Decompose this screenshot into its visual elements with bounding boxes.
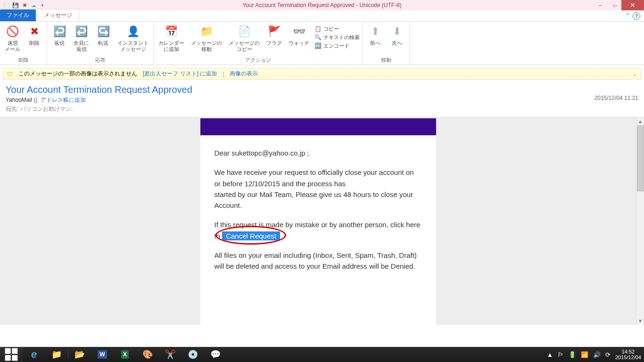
window-title: Your Account Termination Request Approve… bbox=[242, 2, 402, 8]
task-word[interactable]: W bbox=[91, 347, 114, 362]
tray-volume-icon[interactable]: 🔊 bbox=[593, 351, 601, 358]
tray-clock[interactable]: 14:52 2015/12/04 bbox=[615, 349, 641, 360]
forward-icon: ↪️ bbox=[96, 24, 111, 39]
x-icon: ✖ bbox=[27, 24, 42, 39]
arrowdown-icon: ⬇ bbox=[389, 24, 405, 39]
shield-icon: 🛡 bbox=[7, 71, 13, 77]
ribbon-group-label: アクション bbox=[154, 56, 363, 65]
minimize-button[interactable]: ─ bbox=[593, 0, 607, 10]
ribbon: 🚫 迷惑 メール ✖ 削除 削除 ↩️ 返信 ↩️ 全員に 返信 ↪️ 転送 bbox=[0, 22, 644, 65]
chat-icon: 💬 bbox=[210, 349, 221, 360]
mail-icon: ✉️ bbox=[3, 1, 10, 9]
svg-rect-2 bbox=[5, 355, 11, 361]
window-titlebar: ✉️ 💾 ✖ ☁ ▼ Your Account Termination Requ… bbox=[0, 0, 644, 10]
show-images-link[interactable]: 画像の表示 bbox=[230, 70, 258, 78]
taskbar: e 📁 📂 W X 🎨 ✂️ 💿 💬 ▲ 🏳 🔋 📶 🔊 ⟳ 14:52 201… bbox=[0, 347, 644, 362]
instantmessage-button[interactable]: 👤 インスタント メッセージ bbox=[116, 23, 150, 53]
message-to: 宛先: パソコンお助けマン; bbox=[6, 105, 638, 113]
qat-dropdown-icon[interactable]: ▼ bbox=[39, 1, 46, 9]
tab-message[interactable]: メッセージ bbox=[37, 9, 79, 21]
message-header: Your Account Termination Request Approve… bbox=[0, 82, 644, 117]
copy-small-button[interactable]: 📋コピー bbox=[314, 25, 360, 33]
tray-show-hidden-icon[interactable]: ▲ bbox=[547, 351, 553, 358]
task-folder[interactable]: 📂 bbox=[68, 347, 91, 362]
blocked-images-infobar[interactable]: 🛡 このメッセージの一部の画像は表示されません [差出人セーフ リスト] に追加… bbox=[3, 68, 641, 80]
forward-button[interactable]: ↪️ 転送 bbox=[94, 23, 113, 47]
search-icon: 🔍 bbox=[314, 33, 322, 41]
svg-rect-0 bbox=[5, 348, 11, 354]
folder-icon: 📁 bbox=[199, 24, 214, 39]
ribbon-group-move: ⬆ 前へ ⬇ 次へ 移動 bbox=[363, 22, 410, 65]
glasses-icon: 👓 bbox=[291, 24, 306, 39]
task-explorer[interactable]: 📁 bbox=[45, 347, 68, 362]
encode-button[interactable]: 🔤エンコード bbox=[314, 42, 360, 49]
prev-button[interactable]: ⬆ 前へ bbox=[366, 23, 385, 47]
ribbon-group-actions: 📅 カレンダー に追加 📁 メッセージの 移動 📄 メッセージの コピー 🚩 フ… bbox=[154, 22, 363, 65]
next-button[interactable]: ⬇ 次へ bbox=[388, 23, 406, 47]
tray-battery-icon[interactable]: 🔋 bbox=[569, 351, 576, 358]
svg-rect-1 bbox=[12, 348, 17, 354]
palette-icon: 🎨 bbox=[142, 349, 153, 360]
start-button[interactable] bbox=[0, 347, 23, 362]
message-body-area: Dear sukettopc@yahoo.co.jp ; We have rec… bbox=[0, 117, 644, 325]
reply-icon: ↩️ bbox=[52, 24, 67, 39]
maximize-button[interactable]: ▭ bbox=[607, 0, 621, 10]
reply-button[interactable]: ↩️ 返信 bbox=[50, 23, 69, 47]
save-icon[interactable]: 💾 bbox=[12, 1, 19, 9]
movemsg-button[interactable]: 📁 メッセージの 移動 bbox=[189, 23, 224, 53]
tab-file[interactable]: ファイル bbox=[0, 9, 36, 21]
help-icon[interactable]: ? bbox=[633, 12, 640, 20]
watch-button[interactable]: 👓 ウォッチ bbox=[287, 23, 311, 47]
email-paragraph: If this request is made by mistake or by… bbox=[215, 219, 422, 241]
collapse-ribbon-icon[interactable]: ^ bbox=[627, 12, 629, 20]
close-button[interactable]: ✕ bbox=[621, 0, 644, 10]
delete-button[interactable]: ✖ 削除 bbox=[25, 23, 44, 47]
flag-button[interactable]: 🚩 フラグ bbox=[264, 23, 284, 47]
cloud-icon[interactable]: ☁ bbox=[30, 1, 37, 9]
scrollbar[interactable]: ▲ ▼ bbox=[636, 117, 644, 325]
word-icon: W bbox=[98, 350, 107, 359]
task-excel[interactable]: X bbox=[114, 347, 136, 362]
chevron-down-icon[interactable]: ⌄ bbox=[632, 71, 637, 77]
scroll-up-icon[interactable]: ▲ bbox=[636, 117, 644, 125]
email-paragraph: All files on your email including (Inbox… bbox=[215, 250, 422, 272]
excel-icon: X bbox=[121, 350, 129, 359]
add-contact-link[interactable]: アドレス帳に追加 bbox=[41, 97, 86, 103]
ribbon-group-reply: ↩️ 返信 ↩️ 全員に 返信 ↪️ 転送 👤 インスタント メッセージ 応答 bbox=[47, 22, 154, 65]
tray-network-icon[interactable]: 📶 bbox=[581, 351, 588, 358]
ie-icon: e bbox=[31, 348, 37, 361]
copymsg-button[interactable]: 📄 メッセージの コピー bbox=[227, 23, 262, 53]
disc-icon: 💿 bbox=[188, 349, 198, 360]
email-greeting: Dear sukettopc@yahoo.co.jp ; bbox=[215, 148, 422, 158]
svg-rect-3 bbox=[12, 355, 17, 361]
window-controls: ─ ▭ ✕ bbox=[593, 0, 644, 10]
calendar-icon: 📅 bbox=[164, 24, 179, 39]
cancel-request-wrap: Cancel Request bbox=[222, 230, 280, 241]
task-paint[interactable]: 🎨 bbox=[136, 347, 159, 362]
addcalendar-button[interactable]: 📅 カレンダー に追加 bbox=[157, 23, 186, 53]
task-ie[interactable]: e bbox=[23, 347, 45, 362]
delete-qat-icon[interactable]: ✖ bbox=[21, 1, 28, 9]
cancel-request-link[interactable]: Cancel Request bbox=[222, 231, 280, 240]
scroll-down-icon[interactable]: ▼ bbox=[636, 317, 644, 325]
spam-button[interactable]: 🚫 迷惑 メール bbox=[3, 23, 22, 53]
ribbon-group-label: 移動 bbox=[363, 56, 409, 65]
message-date: 2015/12/04 11:21 bbox=[594, 95, 638, 101]
task-chat[interactable]: 💬 bbox=[204, 347, 227, 362]
task-disc[interactable]: 💿 bbox=[182, 347, 204, 362]
quick-access-toolbar: ✉️ 💾 ✖ ☁ ▼ bbox=[0, 1, 46, 9]
ribbon-group-label: 応答 bbox=[47, 56, 153, 65]
arrowup-icon: ⬆ bbox=[368, 24, 383, 39]
task-snip[interactable]: ✂️ bbox=[159, 347, 182, 362]
findtext-button[interactable]: 🔍テキストの検索 bbox=[314, 33, 360, 41]
email-text: Dear sukettopc@yahoo.co.jp ; We have rec… bbox=[200, 135, 436, 292]
message-body: Dear sukettopc@yahoo.co.jp ; We have rec… bbox=[0, 117, 636, 325]
tray-flag-icon[interactable]: 🏳 bbox=[558, 351, 564, 358]
tray-sync-icon[interactable]: ⟳ bbox=[605, 351, 611, 358]
windows-icon bbox=[0, 347, 23, 362]
scroll-thumb[interactable] bbox=[637, 125, 644, 191]
copy-icon: 📄 bbox=[237, 24, 252, 39]
add-safesender-link[interactable]: [差出人セーフ リスト] に追加 bbox=[143, 70, 217, 78]
replyall-button[interactable]: ↩️ 全員に 返信 bbox=[72, 23, 91, 53]
folder-icon: 📁 bbox=[51, 349, 62, 360]
